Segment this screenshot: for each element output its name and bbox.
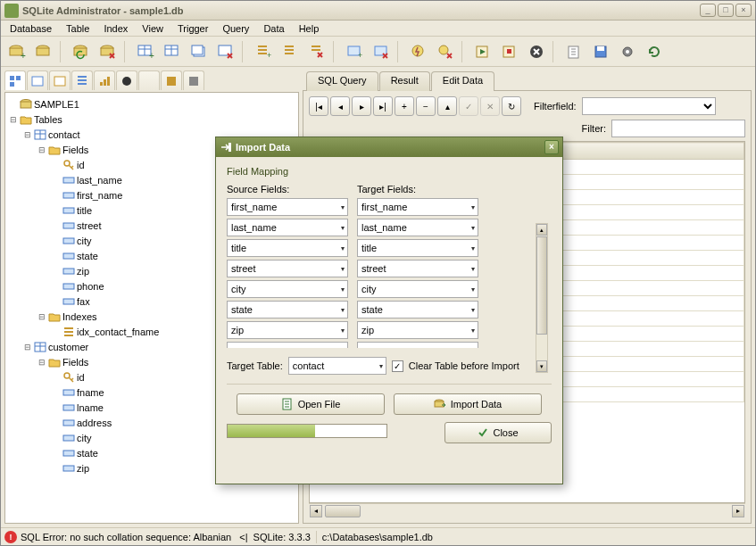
source-field-combo[interactable]: title▾ (227, 239, 348, 257)
query-stop-button[interactable] (497, 39, 522, 64)
svg-rect-36 (10, 82, 14, 87)
target-field-combo[interactable]: zip▾ (357, 321, 478, 339)
source-field-combo[interactable]: last_name▾ (227, 219, 348, 236)
tab-edit-data[interactable]: Edit Data (431, 71, 494, 91)
left-tab-4[interactable] (71, 70, 93, 90)
db-delete-button[interactable] (96, 39, 120, 64)
dialog-titlebar[interactable]: Import Data × (216, 137, 562, 157)
table-new-button[interactable]: + (133, 39, 158, 64)
nav-cancel-button[interactable]: ✕ (480, 96, 500, 116)
left-tab-3[interactable] (49, 70, 71, 90)
tree-tables-folder[interactable]: ⊟Tables (5, 112, 298, 127)
scroll-right-icon[interactable]: ▸ (732, 505, 744, 517)
clear-table-checkbox[interactable]: ✓ (392, 360, 403, 372)
svg-rect-38 (54, 77, 65, 86)
dialog-close-button[interactable]: × (544, 140, 559, 154)
table-edit-button[interactable] (160, 39, 185, 64)
index-new-button[interactable]: + (251, 39, 276, 64)
mapping-scrollbar[interactable]: ▴ ▾ (536, 223, 548, 373)
target-field-combo[interactable]: state▾ (357, 301, 478, 318)
target-field-combo[interactable]: title▾ (357, 239, 478, 257)
close-dialog-button[interactable]: Close (444, 422, 552, 443)
target-fields-label: Target Fields: (357, 184, 416, 194)
index-edit-button[interactable] (278, 39, 303, 64)
source-field-combo[interactable]: city▾ (227, 280, 348, 298)
menu-data[interactable]: Data (256, 21, 291, 36)
menu-index[interactable]: Index (96, 21, 135, 36)
query-clear-button[interactable] (524, 39, 549, 64)
import-icon (220, 141, 232, 153)
settings-button[interactable] (615, 39, 640, 64)
source-field-combo[interactable]: zip▾ (227, 321, 348, 339)
menu-view[interactable]: View (135, 21, 170, 36)
nav-delete-button[interactable]: − (416, 96, 436, 116)
scroll-thumb[interactable] (325, 505, 361, 517)
db-refresh-button[interactable] (69, 39, 94, 64)
source-field-combo[interactable]: state▾ (227, 301, 348, 318)
tab-result[interactable]: Result (379, 71, 430, 91)
source-field-combo[interactable]: street▾ (227, 260, 348, 277)
filter-input[interactable] (611, 120, 745, 137)
target-field-combo[interactable]: city▾ (357, 280, 478, 298)
left-tab-8[interactable] (161, 70, 182, 90)
db-open-button[interactable] (31, 39, 56, 64)
nav-first-button[interactable]: |◂ (309, 96, 328, 116)
nav-next-button[interactable]: ▸ (352, 96, 371, 116)
left-tab-5[interactable] (94, 70, 115, 90)
nav-last-button[interactable]: ▸| (373, 96, 393, 116)
filterfield-combo[interactable] (582, 97, 716, 115)
target-field-combo[interactable]: street▾ (357, 260, 478, 277)
refresh-button[interactable] (642, 39, 667, 64)
open-file-button[interactable]: Open File (237, 393, 385, 415)
view-new-button[interactable]: + (342, 39, 367, 64)
target-field-combo[interactable]: last_name▾ (357, 219, 478, 236)
target-field-combo[interactable]: ____▾ (357, 342, 478, 348)
svg-rect-70 (228, 143, 231, 152)
table-delete-button[interactable] (213, 39, 238, 64)
source-field-combo[interactable]: ____▾ (227, 342, 348, 348)
left-tab-9[interactable] (183, 70, 204, 90)
left-tab-tree[interactable] (4, 70, 26, 90)
menu-query[interactable]: Query (215, 21, 256, 36)
view-delete-button[interactable] (369, 39, 394, 64)
query-run-button[interactable] (470, 39, 495, 64)
trigger-new-button[interactable] (406, 39, 431, 64)
table-copy-button[interactable] (187, 39, 212, 64)
svg-rect-4 (37, 48, 49, 55)
clear-table-label: Clear Table before Import (409, 360, 519, 371)
nav-edit-button[interactable]: ▴ (437, 96, 457, 116)
error-icon: ! (4, 531, 17, 543)
menu-help[interactable]: Help (292, 21, 327, 36)
mapping-scroll-thumb[interactable] (536, 236, 547, 335)
tab-sql-query[interactable]: SQL Query (306, 71, 378, 91)
save-button[interactable] (588, 39, 613, 64)
close-button[interactable]: × (735, 4, 752, 17)
minimize-button[interactable]: _ (700, 4, 716, 17)
grid-hscrollbar[interactable]: ◂ ▸ (309, 503, 745, 517)
trigger-delete-button[interactable] (433, 39, 458, 64)
nav-post-button[interactable]: ✓ (459, 96, 478, 116)
left-tab-6[interactable] (116, 70, 137, 90)
import-data-button[interactable]: Import Data (394, 393, 542, 415)
menu-database[interactable]: Database (3, 21, 59, 36)
scroll-left-icon[interactable]: ◂ (310, 505, 322, 517)
menu-trigger[interactable]: Trigger (170, 21, 215, 36)
index-delete-button[interactable] (304, 39, 329, 64)
source-field-combo[interactable]: first_name▾ (227, 198, 348, 216)
target-field-combo[interactable]: first_name▾ (357, 198, 478, 216)
nav-refresh-button[interactable]: ↻ (502, 96, 521, 116)
nav-prev-button[interactable]: ◂ (330, 96, 350, 116)
scroll-up-icon[interactable]: ▴ (536, 224, 547, 236)
left-tab-7[interactable] (138, 70, 160, 90)
target-table-combo[interactable]: contact▾ (288, 357, 386, 375)
scroll-down-icon[interactable]: ▾ (536, 360, 547, 372)
nav-insert-button[interactable]: + (395, 96, 414, 116)
db-new-button[interactable]: + (4, 39, 29, 64)
menu-table[interactable]: Table (59, 21, 96, 36)
tree-database[interactable]: SAMPLE1 (5, 96, 298, 112)
maximize-button[interactable]: □ (718, 4, 734, 17)
chevron-down-icon: ▾ (471, 265, 475, 273)
left-tab-2[interactable] (27, 70, 48, 90)
export-button[interactable] (561, 39, 586, 64)
svg-rect-41 (107, 77, 110, 86)
